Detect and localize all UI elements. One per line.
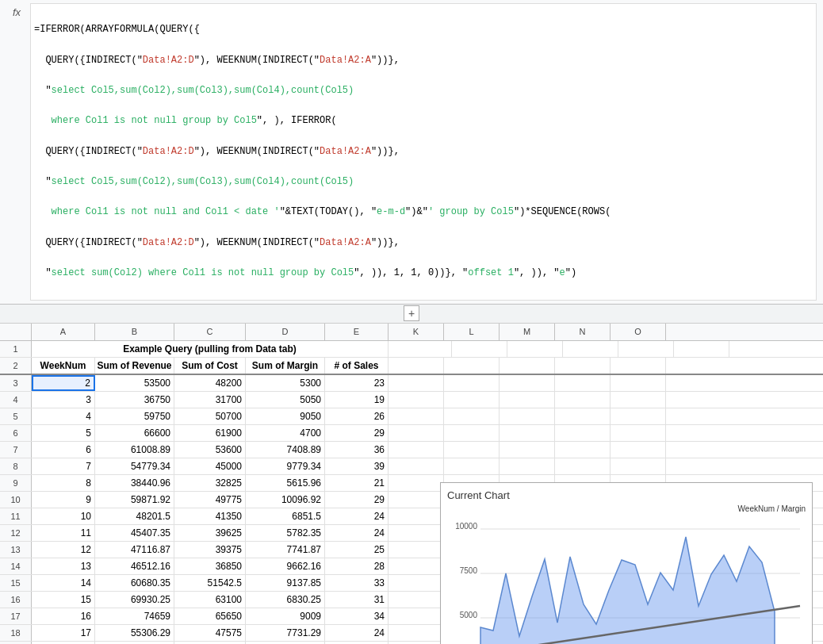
cell-14-c[interactable]: 36850 (174, 558, 246, 574)
col-header-a[interactable]: A (32, 324, 95, 340)
cell-17-e[interactable]: 34 (325, 608, 389, 624)
cell-4-d[interactable]: 5050 (246, 392, 325, 408)
col-header-n[interactable]: N (555, 324, 611, 340)
cell-5-e[interactable]: 26 (325, 408, 389, 424)
cell-12-e[interactable]: 24 (325, 525, 389, 541)
cell-14-b[interactable]: 46512.16 (95, 558, 174, 574)
cell-12-a[interactable]: 11 (32, 525, 95, 541)
cell-16-b[interactable]: 69930.25 (95, 592, 174, 608)
cell-9-b[interactable]: 38440.96 (95, 475, 174, 491)
cell-6-d[interactable]: 4700 (246, 425, 325, 441)
cell-4-a[interactable]: 3 (32, 392, 95, 408)
cell-4-c[interactable]: 31700 (174, 392, 246, 408)
cell-16-a[interactable]: 15 (32, 592, 95, 608)
cell-9-d[interactable]: 5615.96 (246, 475, 325, 491)
cell-7-c[interactable]: 53600 (174, 442, 246, 458)
cell-7-b[interactable]: 61008.89 (95, 442, 174, 458)
cell-3-b[interactable]: 53500 (95, 375, 174, 391)
cell-17-d[interactable]: 9009 (246, 608, 325, 624)
cell-3-d[interactable]: 5300 (246, 375, 325, 391)
cell-18-b[interactable]: 55306.29 (95, 625, 174, 641)
cell-9-c[interactable]: 32825 (174, 475, 246, 491)
cell-9-a[interactable]: 8 (32, 475, 95, 491)
cell-6-b[interactable]: 66600 (95, 425, 174, 441)
cell-6-e[interactable]: 29 (325, 425, 389, 441)
cell-11-d[interactable]: 6851.5 (246, 508, 325, 524)
cell-14-d[interactable]: 9662.16 (246, 558, 325, 574)
cell-3-c[interactable]: 48200 (174, 375, 246, 391)
cell-15-d[interactable]: 9137.85 (246, 575, 325, 591)
cell-5-d[interactable]: 9050 (246, 408, 325, 424)
cell-3-a[interactable]: 2 (32, 375, 95, 391)
cell-18-a[interactable]: 17 (32, 625, 95, 641)
cell-7-d[interactable]: 7408.89 (246, 442, 325, 458)
cell-17-b[interactable]: 74659 (95, 608, 174, 624)
cell-15-c[interactable]: 51542.5 (174, 575, 246, 591)
cell-12-c[interactable]: 39625 (174, 525, 246, 541)
col-header-c[interactable]: C (174, 324, 246, 340)
cell-6-c[interactable]: 61900 (174, 425, 246, 441)
cell-16-e[interactable]: 31 (325, 592, 389, 608)
cell-7-e[interactable]: 36 (325, 442, 389, 458)
cell-19-a[interactable]: 18 (32, 642, 95, 644)
cell-17-a[interactable]: 16 (32, 608, 95, 624)
add-sheet-button[interactable]: + (404, 305, 419, 321)
col-header-m[interactable]: M (500, 324, 555, 340)
cell-8-e[interactable]: 39 (325, 458, 389, 474)
cell-13-c[interactable]: 39375 (174, 542, 246, 558)
cell-8-c[interactable]: 45000 (174, 458, 246, 474)
cell-14-e[interactable]: 28 (325, 558, 389, 574)
cell-5-b[interactable]: 59750 (95, 408, 174, 424)
cell-3-e[interactable]: 23 (325, 375, 389, 391)
cell-19-d[interactable]: 11659.37 (246, 642, 325, 644)
cell-10-e[interactable]: 29 (325, 492, 389, 508)
cell-11-b[interactable]: 48201.5 (95, 508, 174, 524)
col-header-o[interactable]: O (611, 324, 666, 340)
cell-18-d[interactable]: 7731.29 (246, 625, 325, 641)
cell-10-b[interactable]: 59871.92 (95, 492, 174, 508)
cell-19-b[interactable]: 72309.37 (95, 642, 174, 644)
cell-13-a[interactable]: 12 (32, 542, 95, 558)
cell-8-b[interactable]: 54779.34 (95, 458, 174, 474)
col-head-weeknum[interactable]: WeekNum (32, 358, 95, 374)
cell-12-d[interactable]: 5782.35 (246, 525, 325, 541)
cell-11-c[interactable]: 41350 (174, 508, 246, 524)
col-head-sales[interactable]: # of Sales (325, 358, 389, 374)
cell-7-a[interactable]: 6 (32, 442, 95, 458)
cell-5-c[interactable]: 50700 (174, 408, 246, 424)
cell-4-b[interactable]: 36750 (95, 392, 174, 408)
cell-19-c[interactable]: 60650 (174, 642, 246, 644)
cell-10-c[interactable]: 49775 (174, 492, 246, 508)
col-head-margin[interactable]: Sum of Margin (246, 358, 325, 374)
cell-14-a[interactable]: 13 (32, 558, 95, 574)
col-header-b[interactable]: B (95, 324, 174, 340)
cell-13-e[interactable]: 25 (325, 542, 389, 558)
cell-11-e[interactable]: 24 (325, 508, 389, 524)
cell-17-c[interactable]: 65650 (174, 608, 246, 624)
col-head-cost[interactable]: Sum of Cost (174, 358, 246, 374)
col-header-d[interactable]: D (246, 324, 325, 340)
col-header-k[interactable]: K (389, 324, 444, 340)
cell-5-a[interactable]: 4 (32, 408, 95, 424)
formula-content[interactable]: =IFERROR(ARRAYFORMULA(QUERY({ QUERY({IND… (30, 3, 817, 301)
cell-8-d[interactable]: 9779.34 (246, 458, 325, 474)
cell-13-b[interactable]: 47116.87 (95, 542, 174, 558)
cell-13-d[interactable]: 7741.87 (246, 542, 325, 558)
cell-10-a[interactable]: 9 (32, 492, 95, 508)
cell-9-e[interactable]: 21 (325, 475, 389, 491)
cell-18-e[interactable]: 24 (325, 625, 389, 641)
cell-15-a[interactable]: 14 (32, 575, 95, 591)
cell-8-a[interactable]: 7 (32, 458, 95, 474)
header-span-cell[interactable]: Example Query (pulling from Data tab) (32, 341, 389, 357)
cell-16-d[interactable]: 6830.25 (246, 592, 325, 608)
cell-15-e[interactable]: 33 (325, 575, 389, 591)
cell-12-b[interactable]: 45407.35 (95, 525, 174, 541)
col-header-e[interactable]: E (325, 324, 389, 340)
cell-10-d[interactable]: 10096.92 (246, 492, 325, 508)
col-head-revenue[interactable]: Sum of Revenue (95, 358, 174, 374)
cell-6-a[interactable]: 5 (32, 425, 95, 441)
cell-4-e[interactable]: 19 (325, 392, 389, 408)
col-header-l[interactable]: L (444, 324, 500, 340)
cell-16-c[interactable]: 63100 (174, 592, 246, 608)
cell-19-e[interactable]: 28 (325, 642, 389, 644)
